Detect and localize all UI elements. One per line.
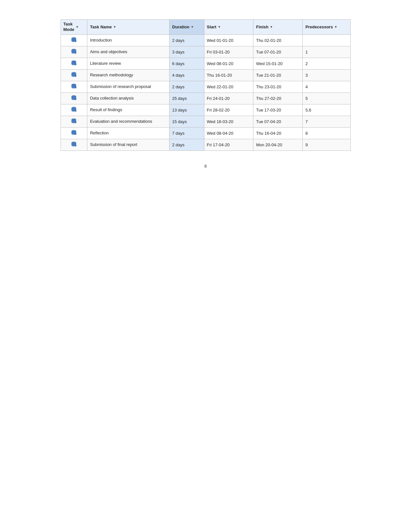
task-predecessors-cell: 5 bbox=[303, 92, 350, 104]
task-duration-cell: 2 days bbox=[170, 81, 204, 92]
task-mode-icon bbox=[71, 130, 77, 136]
task-mode-cell bbox=[61, 139, 87, 150]
task-finish-cell: Tue 17-03-20 bbox=[253, 104, 303, 116]
svg-point-6 bbox=[72, 107, 76, 109]
task-start-cell: Wed 18-03-20 bbox=[204, 116, 253, 127]
task-mode-icon bbox=[71, 95, 77, 101]
svg-point-8 bbox=[72, 130, 76, 132]
task-predecessors-cell bbox=[303, 34, 350, 46]
table-header-row: TaskMode ▼ Task Name ▼ Duration ▼ bbox=[61, 20, 350, 35]
col-header-duration-label: Duration bbox=[172, 24, 189, 29]
table-row: Introduction2 daysWed 01-01-20Thu 02-01-… bbox=[61, 34, 350, 46]
table-row: Result of findings13 daysFri 28-02-20Tue… bbox=[61, 104, 350, 116]
task-name-cell: Submission of research proposal bbox=[87, 81, 170, 92]
task-finish-cell: Wed 15-01-20 bbox=[253, 58, 303, 69]
col-header-duration[interactable]: Duration ▼ bbox=[170, 20, 204, 35]
task-mode-cell bbox=[61, 92, 87, 104]
col-header-task-name-label: Task Name bbox=[90, 24, 112, 29]
col-header-task-mode-label: TaskMode bbox=[64, 22, 74, 33]
task-finish-cell: Thu 16-04-20 bbox=[253, 127, 303, 139]
table-row: Submission of research proposal2 daysWed… bbox=[61, 81, 350, 92]
col-header-predecessors[interactable]: Predecessors ▼ bbox=[303, 20, 350, 35]
task-duration-cell: 7 days bbox=[170, 127, 204, 139]
task-duration-cell: 3 days bbox=[170, 46, 204, 58]
task-predecessors-cell: 8 bbox=[303, 127, 350, 139]
svg-point-0 bbox=[72, 37, 76, 39]
start-dropdown-icon[interactable]: ▼ bbox=[218, 25, 221, 29]
task-mode-icon bbox=[71, 83, 77, 90]
task-start-cell: Fri 28-02-20 bbox=[204, 104, 253, 116]
task-start-cell: Fri 03-01-20 bbox=[204, 46, 253, 58]
predecessors-dropdown-icon[interactable]: ▼ bbox=[334, 25, 338, 29]
table-body: Introduction2 daysWed 01-01-20Thu 02-01-… bbox=[61, 34, 350, 150]
svg-point-5 bbox=[72, 95, 76, 97]
task-start-cell: Wed 22-01-20 bbox=[204, 81, 253, 92]
task-mode-icon bbox=[71, 60, 77, 66]
task-start-cell: Thu 16-01-20 bbox=[204, 69, 253, 81]
task-finish-cell: Tue 07-01-20 bbox=[253, 46, 303, 58]
task-name-cell: Reflection bbox=[87, 127, 170, 139]
table-row: Aims and objectives3 daysFri 03-01-20Tue… bbox=[61, 46, 350, 58]
table-row: Submission of final report2 daysFri 17-0… bbox=[61, 139, 350, 150]
task-finish-cell: Thu 27-02-20 bbox=[253, 92, 303, 104]
gantt-table: TaskMode ▼ Task Name ▼ Duration ▼ bbox=[61, 19, 351, 151]
task-name-cell: Result of findings bbox=[87, 104, 170, 116]
task-finish-cell: Thu 23-01-20 bbox=[253, 81, 303, 92]
task-predecessors-cell: 5,6 bbox=[303, 104, 350, 116]
task-duration-cell: 25 days bbox=[170, 92, 204, 104]
table-row: Research methodology4 daysThu 16-01-20Tu… bbox=[61, 69, 350, 81]
task-name-cell: Literature review bbox=[87, 58, 170, 69]
col-header-task-mode[interactable]: TaskMode ▼ bbox=[61, 20, 87, 35]
svg-point-4 bbox=[72, 84, 76, 86]
task-mode-dropdown-icon[interactable]: ▼ bbox=[75, 25, 79, 29]
task-predecessors-cell: 7 bbox=[303, 116, 350, 127]
task-mode-cell bbox=[61, 104, 87, 116]
task-mode-cell bbox=[61, 46, 87, 58]
task-finish-cell: Tue 07-04-20 bbox=[253, 116, 303, 127]
col-header-finish-label: Finish bbox=[256, 24, 268, 29]
duration-dropdown-icon[interactable]: ▼ bbox=[191, 25, 194, 29]
table-row: Data collection analysis25 daysFri 24-01… bbox=[61, 92, 350, 104]
task-name-cell: Submission of final report bbox=[87, 139, 170, 150]
task-predecessors-cell: 4 bbox=[303, 81, 350, 92]
task-mode-icon bbox=[71, 118, 77, 124]
task-mode-icon bbox=[71, 72, 77, 78]
task-name-dropdown-icon[interactable]: ▼ bbox=[113, 25, 116, 29]
task-mode-cell bbox=[61, 127, 87, 139]
task-mode-icon bbox=[71, 48, 77, 55]
task-mode-cell bbox=[61, 116, 87, 127]
task-finish-cell: Thu 02-01-20 bbox=[253, 34, 303, 46]
task-name-cell: Aims and objectives bbox=[87, 46, 170, 58]
svg-point-7 bbox=[72, 119, 76, 121]
task-duration-cell: 6 days bbox=[170, 58, 204, 69]
page-number: 8 bbox=[61, 164, 351, 169]
task-mode-icon bbox=[71, 37, 77, 43]
col-header-task-name[interactable]: Task Name ▼ bbox=[87, 20, 170, 35]
task-mode-cell bbox=[61, 81, 87, 92]
col-header-start[interactable]: Start ▼ bbox=[204, 20, 253, 35]
task-duration-cell: 4 days bbox=[170, 69, 204, 81]
task-predecessors-cell: 3 bbox=[303, 69, 350, 81]
task-mode-cell bbox=[61, 69, 87, 81]
col-header-start-label: Start bbox=[207, 24, 217, 29]
svg-point-2 bbox=[72, 61, 76, 63]
task-start-cell: Wed 01-01-20 bbox=[204, 34, 253, 46]
task-predecessors-cell: 2 bbox=[303, 58, 350, 69]
task-finish-cell: Mon 20-04-20 bbox=[253, 139, 303, 150]
task-predecessors-cell: 1 bbox=[303, 46, 350, 58]
task-start-cell: Fri 17-04-20 bbox=[204, 139, 253, 150]
task-mode-cell bbox=[61, 34, 87, 46]
task-predecessors-cell: 9 bbox=[303, 139, 350, 150]
svg-point-1 bbox=[72, 49, 76, 51]
svg-point-3 bbox=[72, 72, 76, 74]
col-header-predecessors-label: Predecessors bbox=[305, 24, 333, 29]
col-header-finish[interactable]: Finish ▼ bbox=[253, 20, 303, 35]
task-name-cell: Introduction bbox=[87, 34, 170, 46]
finish-dropdown-icon[interactable]: ▼ bbox=[270, 25, 273, 29]
task-name-cell: Data collection analysis bbox=[87, 92, 170, 104]
task-name-cell: Research methodology bbox=[87, 69, 170, 81]
page-container: TaskMode ▼ Task Name ▼ Duration ▼ bbox=[61, 0, 351, 169]
task-start-cell: Wed 08-01-20 bbox=[204, 58, 253, 69]
task-name-cell: Evaluation and recommendations bbox=[87, 116, 170, 127]
task-duration-cell: 2 days bbox=[170, 34, 204, 46]
